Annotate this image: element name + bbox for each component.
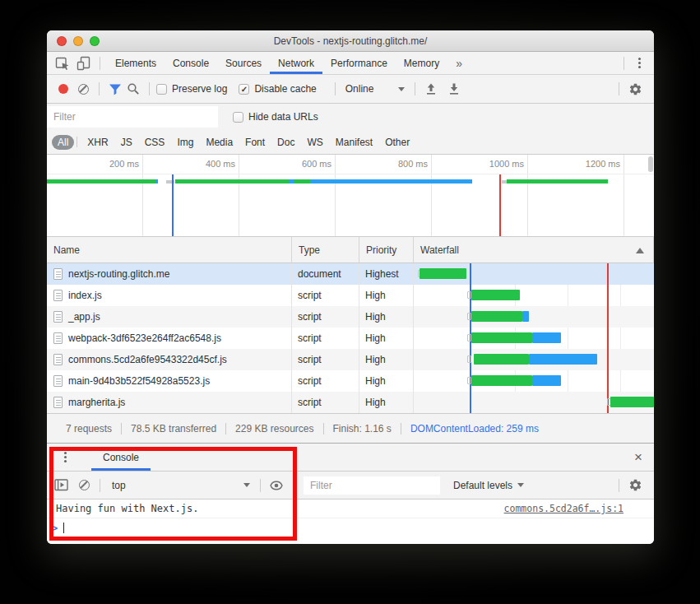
execution-context-value: top (112, 480, 126, 491)
waterfall-bar-segment (532, 332, 561, 343)
overview-bar-segment (47, 179, 155, 184)
overview-bar-segment (294, 179, 310, 184)
resource-type-chip[interactable]: CSS (139, 135, 171, 150)
network-summary-bar: 7 requests78.5 KB transferred229 KB reso… (47, 413, 654, 443)
network-filter-input[interactable] (47, 106, 218, 128)
main-tabs: ElementsConsoleSourcesNetworkPerformance… (107, 52, 447, 74)
console-prompt[interactable]: > (47, 518, 654, 537)
waterfall-bar-segment (610, 397, 654, 407)
divider (415, 82, 415, 95)
devtools-tab[interactable]: Elements (107, 52, 165, 74)
resource-type-chip[interactable]: Img (171, 135, 199, 150)
console-messages: Having fun with Next.js. commons.5cd2a6f… (47, 499, 654, 544)
resource-type-chip[interactable]: WS (301, 135, 328, 150)
disable-cache-checkbox[interactable]: ✓ Disable cache (239, 83, 316, 95)
prompt-chevron-icon: > (52, 523, 63, 534)
waterfall-bars (418, 349, 654, 370)
column-header-name[interactable]: Name (47, 237, 292, 263)
console-filter-input[interactable] (304, 476, 440, 495)
request-type: script (292, 285, 359, 306)
request-row[interactable]: _app.js script High (47, 306, 654, 328)
console-message-row: Having fun with Next.js. commons.5cd2a6f… (47, 499, 654, 518)
sort-ascending-icon[interactable] (636, 248, 644, 253)
inspect-element-icon[interactable] (53, 54, 72, 72)
network-overview-pane[interactable]: 200 ms 400 ms 600 ms 800 ms 1000 ms 1200… (47, 155, 654, 237)
record-network-log-button[interactable] (58, 84, 68, 94)
drawer-tab-console[interactable]: Console (91, 444, 151, 471)
request-row[interactable]: nextjs-routing.glitch.me document Highes… (47, 263, 654, 285)
devtools-tab[interactable]: Console (165, 52, 217, 74)
divider (624, 57, 624, 70)
request-priority: High (359, 349, 414, 370)
column-header-priority[interactable]: Priority (359, 237, 414, 263)
preserve-log-checkbox[interactable]: ✓ Preserve log (156, 83, 227, 95)
execution-context-dropdown[interactable]: top (112, 480, 250, 491)
throttling-value: Online (345, 83, 374, 95)
clear-console-icon[interactable] (79, 480, 90, 490)
column-header-type[interactable]: Type (292, 237, 359, 263)
waterfall-bars (418, 328, 654, 349)
request-row[interactable]: webpack-3df6523e264ff2ac6548.js script H… (47, 328, 654, 349)
log-levels-dropdown[interactable]: Default levels (453, 480, 524, 491)
resource-type-chip[interactable]: All (52, 135, 74, 150)
devtools-tab[interactable]: Sources (217, 52, 270, 74)
checkbox-box: ✓ (156, 84, 167, 95)
request-priority: High (359, 285, 414, 306)
console-sidebar-toggle-icon[interactable] (53, 476, 71, 495)
network-settings-gear-icon[interactable] (626, 80, 644, 98)
resource-type-chip[interactable]: Other (379, 135, 415, 150)
request-priority: Highest (359, 263, 414, 285)
clear-network-log-icon[interactable] (78, 84, 89, 95)
console-source-link[interactable]: commons.5cd2a6f….js:1 (504, 503, 624, 514)
summary-item: 7 requests (57, 423, 122, 434)
drawer-menu-kebab-icon[interactable] (57, 452, 73, 462)
resource-type-chip[interactable]: XHR (81, 135, 114, 150)
export-har-icon[interactable] (445, 80, 463, 98)
devtools-tab[interactable]: Network (270, 52, 322, 74)
resource-type-chip[interactable]: Font (239, 135, 271, 150)
request-name: index.js (68, 290, 102, 301)
document-icon (53, 268, 63, 280)
request-row[interactable]: commons.5cd2a6fe9543322d45cf.js script H… (47, 349, 654, 370)
search-icon[interactable] (124, 80, 142, 98)
resource-type-chip[interactable]: JS (115, 135, 138, 150)
waterfall-bars (418, 392, 654, 413)
overview-bar-segment (175, 179, 290, 184)
close-drawer-icon[interactable]: × (634, 450, 642, 464)
live-expression-eye-icon[interactable] (267, 476, 285, 495)
devtools-tab[interactable]: Performance (322, 52, 396, 74)
column-header-waterfall[interactable]: Waterfall (414, 237, 654, 263)
request-row[interactable]: main-9d4b3b522f54928a5523.js script High (47, 370, 654, 392)
console-message-text: Having fun with Next.js. (56, 503, 504, 514)
request-row[interactable]: margherita.js script High (47, 392, 654, 413)
network-toolbar: ✓ Preserve log ✓ Disable cache Online (47, 75, 654, 104)
request-type: script (292, 392, 359, 413)
waterfall-bar-segment (420, 268, 466, 279)
overview-bar-segment (155, 179, 158, 184)
main-menu-kebab-icon[interactable] (631, 58, 647, 68)
request-priority: High (359, 306, 414, 328)
document-icon (53, 290, 63, 301)
requests-table-body: nextjs-routing.glitch.me document Highes… (47, 263, 654, 413)
preserve-log-label: Preserve log (172, 83, 227, 95)
waterfall-bar-segment (471, 290, 520, 300)
import-har-icon[interactable] (422, 80, 440, 98)
request-priority: High (359, 370, 414, 392)
resource-type-chip[interactable]: Media (200, 135, 239, 150)
resource-type-chip[interactable]: Manifest (330, 135, 378, 150)
checkbox-box: ✓ (233, 112, 243, 123)
device-toolbar-icon[interactable] (75, 54, 93, 72)
resource-type-chip[interactable]: Doc (271, 135, 300, 150)
request-type: script (292, 306, 359, 328)
hide-data-urls-checkbox[interactable]: ✓ Hide data URLs (233, 111, 318, 123)
more-tabs-button[interactable]: » (447, 52, 471, 74)
filter-funnel-icon[interactable] (106, 80, 124, 98)
devtools-tab[interactable]: Memory (396, 52, 447, 74)
throttling-dropdown[interactable]: Online (345, 83, 406, 95)
overview-scrollbar[interactable] (648, 156, 653, 172)
waterfall-bar-segment (532, 375, 561, 386)
waterfall-bars (418, 285, 654, 306)
request-row[interactable]: index.js script High (47, 285, 654, 306)
waterfall-bars (418, 263, 654, 285)
console-settings-gear-icon[interactable] (626, 476, 644, 495)
